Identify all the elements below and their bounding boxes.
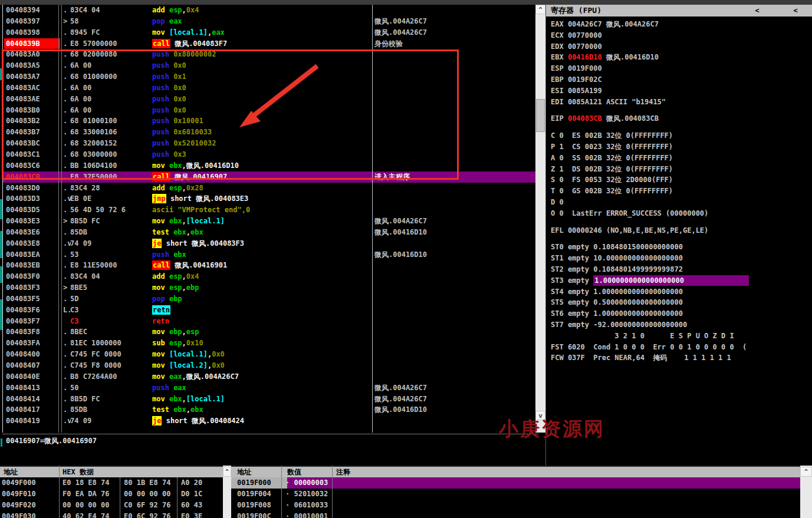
stack-row[interactable]: · 000000030019F000 [231, 477, 800, 489]
register-line[interactable]: EDI 0085A121 ASCII "b19415" [551, 97, 812, 108]
scroll-up-icon[interactable]: ^ [223, 467, 231, 477]
register-line[interactable]: ST0 empty 0.1084801500000000000 [551, 242, 812, 253]
value-cell: · 52010032 [285, 489, 356, 500]
register-line[interactable]: ST6 empty 1.0000000000000000000 [551, 308, 812, 319]
register-line[interactable]: FST 6020 Cond 1 0 0 0 Err 0 0 1 0 0 0 0 … [551, 342, 812, 353]
hex-dump-panel[interactable]: 地址 HEX 数据 0049F000E0 18 E8 7480 1B E8 74… [0, 466, 223, 518]
scrollbar-thumb[interactable] [536, 99, 545, 132]
disasm-row[interactable]: 004083EA.53push ebx微风.00416D10 [3, 249, 536, 260]
stack-row[interactable]: 0019F008· 06010033 [231, 500, 800, 511]
disasm-row[interactable]: 004083AE.6A 00push 0x0 [3, 94, 536, 105]
disasm-row[interactable]: 004083E3>8B5D FCmov ebx,[local.1]微风.004A… [3, 216, 536, 227]
register-line[interactable]: ST1 empty 10.000000000000000000 [551, 253, 812, 264]
dump-scrollbar[interactable]: ^ [223, 466, 231, 518]
register-line[interactable]: EDX 00770000 [551, 41, 812, 52]
disasm-row[interactable]: 004083F7C3retn [3, 316, 536, 327]
disasm-row[interactable]: 004083B2.68 01000100push 0x10001 [3, 116, 536, 127]
opcode-bytes-cell: 50 [70, 382, 141, 394]
collapse-left-icon[interactable]: < [790, 5, 801, 17]
collapse-left-icon[interactable]: < [751, 5, 763, 17]
disasm-row[interactable]: 00408417.85DBtest ebx,ebx微风.00416D10 [3, 404, 536, 415]
disasm-row[interactable]: 004083CB.E8 37E50000call 微风.00416907进入主程… [3, 171, 536, 183]
comment-cell [374, 360, 535, 371]
register-line[interactable]: EBX 00416D10 微风.00416D10 [551, 52, 812, 63]
comment-cell [374, 183, 535, 194]
register-line[interactable]: ST7 empty -92.000000000000000000 [551, 319, 812, 331]
register-line[interactable]: EFL 00000246 (NO,NB,E,BE,NS,PE,GE,LE) [551, 225, 812, 236]
register-line[interactable]: ESP 0019F000 [551, 63, 812, 74]
address-cell: 004083D3 [4, 193, 60, 204]
disasm-row[interactable]: 0040839B.E8 57000000call 微风.004083F7身份校验 [3, 38, 536, 50]
disasm-row[interactable]: 004083F0.83C4 04add esp,0x4 [3, 271, 536, 282]
disasm-row[interactable]: 004083D0.83C4 28add esp,0x28 [3, 183, 536, 194]
disasm-row[interactable]: 004083F3>8BE5mov esp,ebp [3, 282, 536, 293]
disasm-row[interactable]: 004083F5.5Dpop ebp [3, 293, 536, 305]
opcode-bytes-cell: E8 57000000 [70, 38, 141, 50]
disasm-row[interactable]: 004083BC.68 32000152push 0x52010032 [3, 138, 536, 149]
disasm-row[interactable]: 004083A5.6A 00push 0x0 [3, 60, 536, 71]
register-line[interactable]: EBP 0019F02C [551, 74, 812, 85]
register-line[interactable]: ST3 empty 1.0000000000000000000 [551, 275, 812, 286]
opcode-bytes-cell: 58 [70, 16, 141, 27]
disasm-row[interactable]: 00408397>58pop eax微风.004A26C7 [3, 16, 536, 27]
disasm-row[interactable]: 004083B0.6A 00push 0x0 [3, 105, 536, 116]
disasm-row[interactable]: 004083F8.8BECmov ebp,esp [3, 326, 536, 338]
opcode-bytes-cell: 85DB [70, 227, 141, 238]
register-line[interactable]: D 0 [551, 197, 812, 208]
dump-row[interactable]: 0049F010F0 EA DA 7600 00 00 00D0 1C [0, 489, 223, 500]
disasm-row[interactable]: 00408414.8B5D FCmov ebx,[local.1]微风.004A… [3, 394, 536, 405]
stack-row[interactable]: 0019F00C· 00010001 [231, 511, 800, 518]
register-line[interactable]: P 1 CS 0023 32位 0(FFFFFFFF) [551, 141, 812, 153]
scroll-down-icon[interactable]: v [535, 411, 545, 420]
disassembly-panel[interactable]: 00408394.83C4 04add esp,0x400408397>58po… [2, 5, 536, 433]
register-line[interactable]: S 0 FS 0053 32位 2D0000(FFF) [551, 174, 812, 186]
register-line[interactable]: ESI 0085A199 [551, 85, 812, 97]
scroll-up-icon[interactable]: ^ [800, 467, 812, 477]
dump-row[interactable]: 0049F000E0 18 E8 7480 1B E8 74A0 20 [0, 477, 223, 489]
disasm-row[interactable]: 004083D3.vEB 0Ejmp short 微风.004083E3 [3, 193, 536, 204]
disasm-row[interactable]: 004083AC.6A 00push 0x0 [3, 83, 536, 94]
disasm-row[interactable]: 004083A7.68 01000000push 0x1 [3, 71, 536, 83]
register-line[interactable]: O 0 LastErr ERROR_SUCCESS (00000000) [551, 208, 812, 219]
opcode-bytes-cell: 85DB [70, 404, 141, 415]
register-line[interactable]: T 0 GS 002B 32位 0(FFFFFFFF) [551, 186, 812, 197]
disasm-row[interactable]: 00408398.8945 FCmov [local.1],eax微风.004A… [3, 27, 536, 38]
stack-panel[interactable]: 地址 数值 注释 · 000000030019F0000019F004· 520… [231, 466, 800, 518]
dump-row[interactable]: 0049F03040 62 E4 74E0 6C 92 76E0 3E [0, 511, 223, 518]
register-line[interactable]: ECX 00770000 [551, 30, 812, 41]
disasm-row[interactable]: 004083FA.81EC 1000000sub esp,0x10 [3, 338, 536, 349]
disasm-row[interactable]: 00408400.C745 FC 0000mov [local.1],0x0 [3, 349, 536, 360]
disasm-row[interactable]: 004083E6.85DBtest ebx,ebx微风.00416D10 [3, 227, 536, 238]
register-line[interactable]: EIP 004083CB 微风.004083CB [551, 113, 812, 124]
disasm-row[interactable]: 0040840E.B8 C7264A00mov eax,微风.004A26C7 [3, 371, 536, 382]
comment-cell [374, 149, 535, 160]
register-line[interactable]: ST4 empty 1.0000000000000000000 [551, 286, 812, 298]
disasm-row[interactable]: 004083F6L.C3retn [3, 305, 536, 316]
disasm-row[interactable]: 00408413.50push eax微风.004A26C7 [3, 382, 536, 394]
register-line[interactable]: EAX 004A26C7 微风.004A26C7 [551, 19, 812, 30]
stack-scrollbar[interactable]: ^ [800, 466, 812, 518]
disasm-row[interactable]: 004083C1.68 03000000push 0x3 [3, 149, 536, 160]
spacer [551, 219, 812, 225]
disasm-scrollbar[interactable]: ^ v [535, 5, 545, 433]
disasm-row[interactable]: 00408394.83C4 04add esp,0x4 [3, 5, 536, 16]
register-line[interactable]: ST2 empty 0.1084801499999999872 [551, 264, 812, 275]
disasm-row[interactable]: 00408407.C745 F8 0000mov [local.2],0x0 [3, 360, 536, 371]
disasm-row[interactable]: 004083E8.v74 09je short 微风.004083F3 [3, 238, 536, 249]
registers-panel[interactable]: 寄存器 (FPU) < < EAX 004A26C7 微风.004A26C7EC… [545, 5, 812, 466]
disasm-row[interactable]: 004083A0.68 02000080push 0x80000002 [3, 49, 536, 60]
register-line[interactable]: Z 1 DS 002B 32位 0(FFFFFFFF) [551, 164, 812, 175]
scroll-up-icon[interactable]: ^ [535, 5, 545, 14]
disasm-row[interactable]: 004083B7.68 33000106push 0x6010033 [3, 127, 536, 138]
disasm-row[interactable]: 004083C6.BB 106D4100mov ebx,微风.00416D10 [3, 160, 536, 171]
stack-row[interactable]: 0019F004· 52010032 [231, 489, 800, 500]
register-line[interactable]: 3 2 1 0 E S P U O Z D I [551, 331, 812, 342]
disasm-row[interactable]: 00408419.v74 09je short 微风.00408424 [3, 415, 536, 427]
disasm-row[interactable]: 004083D5.56 4D 50 72 6ascii "VMProtect e… [3, 204, 536, 216]
register-line[interactable]: FCW 037F Prec NEAR,64 掩码 1 1 1 1 1 1 [551, 352, 812, 364]
disasm-row[interactable]: 004083EB.E8 11E50000call 微风.00416901 [3, 260, 536, 271]
dump-row[interactable]: 0049F02000 00 00 00C0 6F 92 7660 43 [0, 500, 223, 511]
register-line[interactable]: A 0 SS 002B 32位 0(FFFFFFFF) [551, 153, 812, 164]
register-line[interactable]: ST5 empty 0.5000000000000000000 [551, 297, 812, 308]
register-line[interactable]: C 0 ES 002B 32位 0(FFFFFFFF) [551, 130, 812, 141]
